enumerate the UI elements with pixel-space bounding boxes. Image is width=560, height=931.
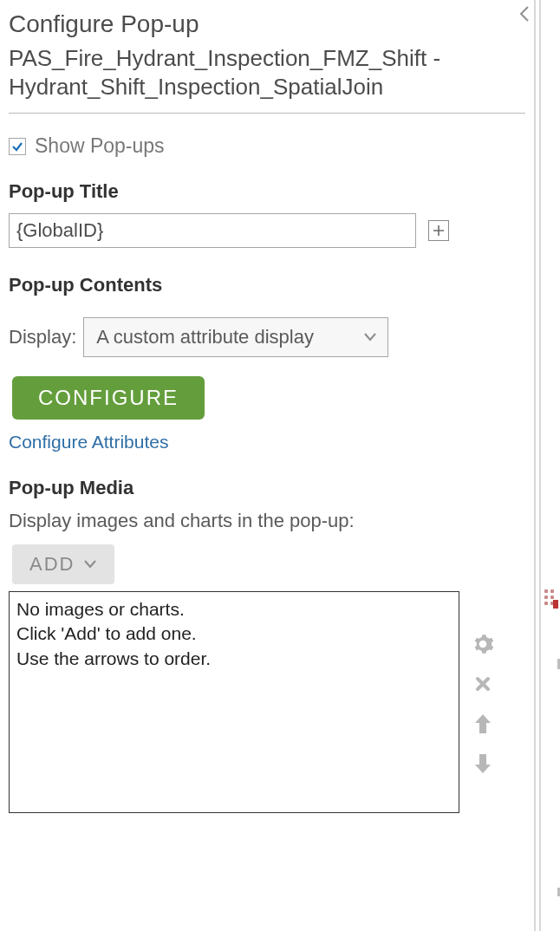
media-list[interactable]: No images or charts. Click 'Add' to add …: [9, 591, 459, 813]
header-divider: [9, 113, 525, 114]
configure-button[interactable]: CONFIGURE: [12, 376, 205, 420]
popup-media-label: Pop-up Media: [9, 477, 525, 499]
media-empty-line: Use the arrows to order.: [16, 647, 452, 671]
panel-resize-gutter[interactable]: [534, 0, 560, 931]
media-delete-button[interactable]: [470, 671, 496, 697]
chevron-down-icon: [83, 559, 97, 570]
add-media-label: ADD: [29, 553, 75, 576]
display-label: Display:: [9, 326, 76, 348]
arrow-down-icon: [473, 752, 492, 775]
collapse-panel-button[interactable]: [518, 5, 531, 23]
panel-title: Configure Pop-up: [9, 9, 525, 39]
media-empty-line: Click 'Add' to add one.: [16, 622, 452, 646]
configure-attributes-link[interactable]: Configure Attributes: [9, 432, 168, 452]
display-type-select[interactable]: A custom attribute display: [83, 317, 388, 357]
media-move-down-button[interactable]: [470, 751, 496, 777]
popup-title-label: Pop-up Title: [9, 180, 525, 203]
media-settings-button[interactable]: [470, 631, 496, 657]
map-marker-icon: [553, 600, 558, 609]
show-popups-checkbox[interactable]: [9, 138, 26, 155]
media-move-up-button[interactable]: [470, 711, 496, 737]
popup-media-description: Display images and charts in the pop-up:: [9, 510, 525, 532]
gear-icon: [472, 633, 494, 655]
arrow-up-icon: [473, 713, 492, 735]
show-popups-label: Show Pop-ups: [35, 134, 165, 158]
popup-title-input[interactable]: [9, 213, 416, 248]
media-empty-line: No images or charts.: [16, 597, 452, 622]
popup-contents-label: Pop-up Contents: [9, 274, 525, 296]
panel-subtitle: PAS_Fire_Hydrant_Inspection_FMZ_Shift - …: [9, 44, 525, 101]
close-icon: [472, 674, 493, 694]
plus-icon: [433, 225, 445, 237]
add-field-button[interactable]: [428, 220, 449, 241]
display-type-value: A custom attribute display: [96, 326, 314, 348]
add-media-button[interactable]: ADD: [12, 544, 114, 584]
chevron-down-icon: [363, 332, 377, 342]
